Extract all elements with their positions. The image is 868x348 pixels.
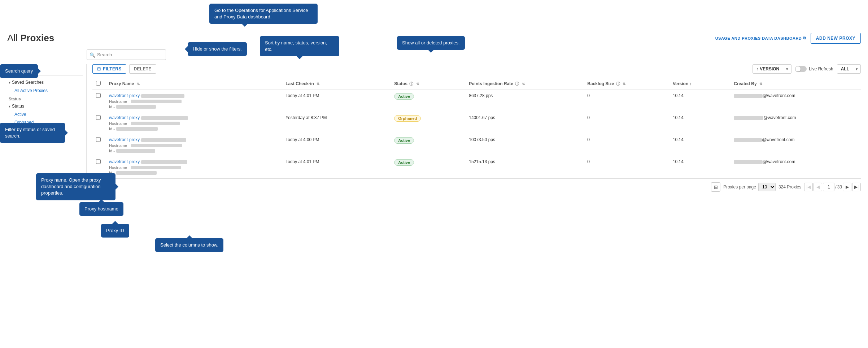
sidebar-item-active[interactable]: Active — [7, 110, 83, 118]
status-cell-3: Active — [391, 156, 465, 178]
status-header[interactable]: ▾ Status — [7, 102, 83, 110]
columns-icon: ⊞ — [714, 184, 718, 190]
info-icon-status[interactable]: ⓘ — [409, 82, 413, 86]
proxy-id-0: Id - — [109, 105, 278, 109]
backlog-cell-0: 0 — [584, 90, 669, 112]
all-dropdown: ALL ▾ — [837, 64, 861, 74]
col-header-checkin: Last Check-in ⇅ — [282, 78, 391, 90]
row-checkbox-cell[interactable] — [92, 90, 105, 112]
last-page-btn[interactable]: ▶| — [852, 183, 861, 191]
saved-searches-section: ▾ Saved Searches All Active Proxies — [7, 78, 83, 95]
createdby-cell-1: @wavefront.com — [730, 112, 861, 134]
row-checkbox-3[interactable] — [96, 159, 101, 164]
select-all-checkbox[interactable] — [96, 81, 101, 86]
version-cell-1: 10.14 — [669, 112, 730, 134]
proxy-name-link-0[interactable]: wavefront-proxy- — [109, 93, 184, 98]
saved-searches-label: Saved Searches — [12, 80, 44, 85]
content-area: Sort by name, status, version, etc. Show… — [87, 64, 861, 193]
dashboard-link-text: USAGE AND PROXIES DATA DASHBOARD — [715, 36, 802, 40]
filter-by-callout: Filter by status or saved search. — [5, 127, 55, 139]
proxy-hostname-2: Hostname - — [109, 143, 278, 148]
backlog-cell-3: 0 — [584, 156, 669, 178]
per-page-label: Proxies per page — [723, 184, 756, 190]
sort-icon-checkin[interactable]: ⇅ — [317, 82, 319, 86]
dashboard-link[interactable]: USAGE AND PROXIES DATA DASHBOARD ⧉ — [715, 36, 806, 40]
status-badge-3: Active — [394, 159, 414, 166]
search-query-callout: Search query — [5, 68, 33, 74]
toolbar: ⊟ FILTERS DELETE ↑ VERSION ▾ — [92, 64, 861, 74]
per-page-select[interactable]: 10 25 50 — [758, 183, 776, 191]
status-cell-0: Active — [391, 90, 465, 112]
sort-icon-ingestion[interactable]: ⇅ — [522, 82, 525, 86]
live-refresh-toggle[interactable] — [795, 66, 807, 72]
sort-icon-status[interactable]: ⇅ — [416, 82, 419, 86]
sidebar-item-all-active[interactable]: All Active Proxies — [7, 87, 83, 95]
version-sort-arrow-btn[interactable]: ▾ — [783, 65, 791, 73]
proxy-table: Proxy Name ⇅ Last Check-in ⇅ Status ⓘ ⇅ — [92, 78, 861, 178]
col-header-version: Version ↑ — [669, 78, 730, 90]
info-icon-ingestion[interactable]: ⓘ — [515, 82, 519, 86]
version-sort-main-btn[interactable]: ↑ VERSION — [753, 65, 783, 73]
col-header-status: Status ⓘ ⇅ — [391, 78, 465, 90]
col-header-createdby: Created By ⇅ — [730, 78, 861, 90]
filters-button[interactable]: ⊟ FILTERS — [92, 64, 126, 74]
sort-by-callout: Sort by name, status, version, etc. — [265, 40, 327, 52]
row-checkbox-0[interactable] — [96, 93, 101, 98]
prev-page-btn[interactable]: ◀ — [814, 183, 822, 191]
column-select-button[interactable]: ⊞ — [711, 182, 720, 192]
add-proxy-button[interactable]: ADD NEW PROXY — [811, 33, 861, 44]
row-checkbox-cell[interactable] — [92, 112, 105, 134]
sort-icon-name[interactable]: ⇅ — [137, 82, 140, 86]
proxy-hostname-3: Hostname - — [109, 165, 278, 170]
proxy-hostname-1: Hostname - — [109, 121, 278, 126]
page-nav: |◀ ◀ / 33 ▶ ▶| — [804, 183, 861, 191]
proxy-id-3: Id - — [109, 171, 278, 175]
checkin-cell-1: Yesterday at 8:37 PM — [282, 112, 391, 134]
version-sort-label: ↑ VERSION — [756, 66, 779, 71]
proxy-name-link-2[interactable]: wavefront-proxy- — [109, 137, 186, 142]
page-separator: / — [835, 184, 836, 190]
proxy-name-link-1[interactable]: wavefront-proxy- — [109, 115, 188, 120]
status-cell-1: Orphaned — [391, 112, 465, 134]
createdby-cell-3: @wavefront.com — [730, 156, 861, 178]
filter-btn-icon: ⊟ — [97, 66, 101, 71]
search-input[interactable] — [87, 49, 166, 60]
proxy-name-callout: Proxy name. Open the proxy dashboard and… — [41, 177, 101, 196]
external-link-icon: ⧉ — [803, 36, 806, 40]
proxy-name-cell: wavefront-proxy- Hostname - Id - — [105, 90, 282, 112]
ingestion-cell-0: 8637.28 pps — [465, 90, 584, 112]
row-checkbox-2[interactable] — [96, 137, 101, 142]
createdby-cell-2: @wavefront.com — [730, 134, 861, 156]
table-header-row: Proxy Name ⇅ Last Check-in ⇅ Status ⓘ ⇅ — [92, 78, 861, 90]
row-checkbox-1[interactable] — [96, 115, 101, 120]
total-count: 324 Proxies — [778, 184, 801, 190]
proxy-id-1: Id - — [109, 127, 278, 131]
row-checkbox-cell[interactable] — [92, 134, 105, 156]
total-pages: 33 — [837, 184, 842, 190]
status-section-label: Status — [7, 97, 83, 101]
all-dropdown-arrow[interactable]: ▾ — [853, 65, 860, 73]
ingestion-cell-1: 14001.67 pps — [465, 112, 584, 134]
current-page-input[interactable] — [823, 183, 834, 191]
proxy-name-cell: wavefront-proxy- Hostname - Id - — [105, 112, 282, 134]
info-icon-backlog[interactable]: ⓘ — [616, 82, 620, 86]
next-page-btn[interactable]: ▶ — [843, 183, 851, 191]
delete-button[interactable]: DELETE — [129, 64, 156, 74]
sort-icon-createdby[interactable]: ⇅ — [759, 82, 762, 86]
createdby-cell-0: @wavefront.com — [730, 90, 861, 112]
toggle-knob — [795, 66, 801, 71]
select-all-checkbox-header[interactable] — [92, 78, 105, 90]
search-icon: 🔍 — [90, 52, 95, 57]
sort-icon-backlog[interactable]: ⇅ — [623, 82, 625, 86]
live-refresh-label: Live Refresh — [809, 66, 833, 71]
first-page-btn[interactable]: |◀ — [804, 183, 813, 191]
chevron-down-icon: ▾ — [9, 81, 10, 84]
checkin-cell-2: Today at 4:00 PM — [282, 134, 391, 156]
table-row: wavefront-proxy- Hostname - Id - Today a… — [92, 134, 861, 156]
status-badge-2: Active — [394, 137, 414, 144]
select-columns-callout: Select the columns to show. — [160, 242, 218, 248]
backlog-cell-2: 0 — [584, 134, 669, 156]
proxy-name-link-3[interactable]: wavefront-proxy- — [109, 159, 187, 164]
saved-searches-header[interactable]: ▾ Saved Searches — [7, 78, 83, 87]
proxy-name-cell: wavefront-proxy- Hostname - Id - — [105, 134, 282, 156]
